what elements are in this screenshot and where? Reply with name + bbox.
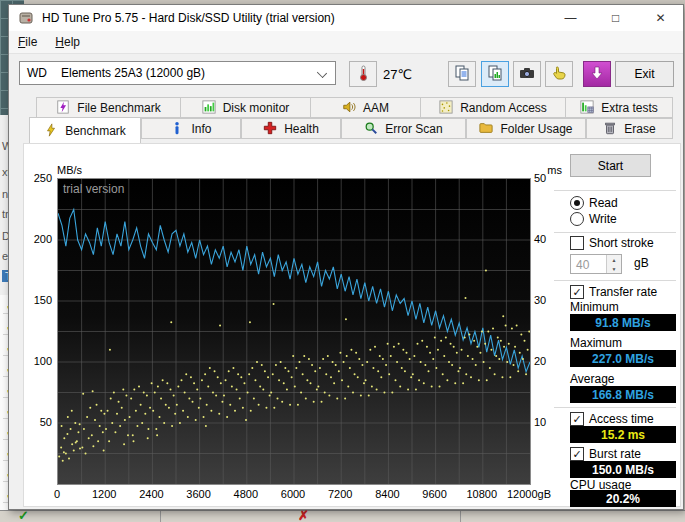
tab-benchmark[interactable]: Benchmark [29, 117, 141, 143]
title-bar[interactable]: HD Tune Pro 5.75 - Hard Disk/SSD Utility… [9, 5, 683, 31]
y-right-tick: 10 [534, 416, 546, 428]
capacity-value: 40 [576, 258, 589, 272]
tab-folder-usage[interactable]: Folder Usage [466, 118, 586, 139]
file-benchmark-icon [56, 100, 71, 115]
burst-rate-checkbox[interactable]: ✓ Burst rate [570, 447, 641, 461]
screenshot-button[interactable] [513, 61, 541, 87]
separator [554, 232, 676, 233]
tab-random-access[interactable]: Random Access [420, 97, 566, 118]
x-tick: 1200 [92, 488, 116, 500]
x-tick: 2400 [139, 488, 163, 500]
tab-extra-tests[interactable]: Extra tests [565, 97, 673, 118]
extra-tests-icon [580, 100, 595, 115]
benchmark-icon [44, 123, 59, 138]
maximum-value: 227.0 MB/s [570, 350, 676, 367]
cpu-usage-value: 20.2% [570, 490, 676, 507]
info-icon [170, 121, 185, 136]
x-tick: 3600 [186, 488, 210, 500]
x-tick: 9600 [422, 488, 446, 500]
green-check-icon: ✓ [18, 508, 29, 522]
folder-usage-icon [479, 121, 494, 136]
temperature-button[interactable] [349, 61, 377, 87]
minimum-label: Minimum [570, 300, 619, 314]
benchmark-tab-panel: MB/s ms 25020015010050 5040302010 012002… [23, 143, 681, 507]
y-right-axis-unit: ms [500, 164, 562, 176]
cell-divider [160, 511, 161, 522]
start-button[interactable]: Start [570, 154, 651, 177]
health-icon [263, 121, 278, 136]
spinner-up-icon[interactable]: ▲ [607, 255, 621, 264]
tab-file-benchmark[interactable]: File Benchmark [36, 97, 181, 118]
thermometer-icon [356, 64, 370, 85]
y-left-axis-unit: MB/s [57, 164, 82, 176]
x-tick: 10800 [467, 488, 498, 500]
y-right-tick: 40 [534, 233, 546, 245]
close-button[interactable]: ✕ [638, 5, 683, 31]
copy-image-icon [487, 65, 503, 84]
minimize-button[interactable]: — [548, 5, 593, 31]
x-tick: 8400 [375, 488, 399, 500]
checkbox-unchecked-icon [570, 236, 584, 250]
x-tick: 6000 [281, 488, 305, 500]
read-radio[interactable]: Read [570, 196, 618, 210]
temperature-value: 27℃ [383, 67, 412, 82]
maximum-label: Maximum [570, 336, 622, 350]
tab-aam[interactable]: AAM [310, 97, 421, 118]
app-icon [18, 10, 34, 26]
access-time-value: 15.2 ms [570, 426, 676, 443]
save-results-button[interactable] [583, 61, 611, 87]
copy-image-button[interactable] [481, 61, 509, 87]
access-time-checkbox[interactable]: ✓ Access time [570, 412, 654, 426]
menu-bar: File Help [9, 31, 683, 54]
erase-icon [603, 121, 618, 136]
trial-version-watermark: trial version [63, 182, 124, 196]
chevron-down-icon [317, 68, 327, 78]
tab-health[interactable]: Health [241, 118, 341, 139]
x-tick: 12000gB [507, 488, 551, 500]
tab-erase[interactable]: Erase [586, 118, 673, 139]
spinner-down-icon[interactable]: ▼ [607, 264, 621, 273]
average-value: 166.8 MB/s [570, 386, 676, 403]
y-left-tick: 150 [24, 294, 52, 306]
radio-selected-icon [570, 196, 584, 210]
tab-disk-monitor[interactable]: Disk monitor [180, 97, 311, 118]
favorite-button[interactable] [545, 61, 573, 87]
download-arrow-icon [590, 66, 604, 83]
capacity-spinner[interactable]: 40 ▲▼ [570, 254, 622, 274]
capacity-unit-label: gB [634, 256, 649, 270]
spinner-arrows[interactable]: ▲▼ [606, 255, 621, 273]
average-label: Average [570, 372, 614, 386]
hand-pointer-icon [551, 65, 567, 84]
drive-select-dropdown[interactable]: WD Elements 25A3 (12000 gB) [19, 61, 336, 85]
copy-text-button[interactable] [448, 61, 476, 87]
y-left-tick: 200 [24, 233, 52, 245]
tab-error-scan[interactable]: Error Scan [341, 118, 466, 139]
y-left-tick: 250 [24, 172, 52, 184]
write-radio[interactable]: Write [570, 212, 617, 226]
x-tick: 7200 [328, 488, 352, 500]
tab-info[interactable]: Info [141, 118, 241, 139]
menu-file[interactable]: File [9, 33, 46, 51]
red-cross-icon: ✗ [298, 508, 309, 522]
background-window-bottom-row: ✓ ✗ [0, 510, 685, 522]
minimum-value: 91.8 MB/s [570, 314, 676, 331]
checkbox-checked-icon: ✓ [570, 412, 584, 426]
menu-help[interactable]: Help [46, 33, 89, 51]
drive-model: Elements 25A3 (12000 gB) [61, 66, 205, 80]
cell-divider [460, 511, 461, 522]
drive-vendor: WD [27, 66, 61, 80]
exit-button[interactable]: Exit [615, 61, 674, 87]
random-access-icon [439, 100, 454, 115]
maximize-button[interactable]: □ [593, 5, 638, 31]
radio-unselected-icon [570, 212, 584, 226]
burst-rate-value: 150.0 MB/s [570, 461, 676, 478]
toolbar: WD Elements 25A3 (12000 gB) 27℃ Exit [9, 54, 683, 96]
separator [554, 407, 676, 408]
y-right-tick: 50 [534, 172, 546, 184]
disk-monitor-icon [202, 100, 217, 115]
transfer-rate-checkbox[interactable]: ✓ Transfer rate [570, 285, 657, 299]
window-title: HD Tune Pro 5.75 - Hard Disk/SSD Utility… [42, 11, 335, 25]
separator [554, 280, 676, 281]
short-stroke-checkbox[interactable]: Short stroke [570, 236, 654, 250]
chart-canvas [58, 179, 530, 484]
